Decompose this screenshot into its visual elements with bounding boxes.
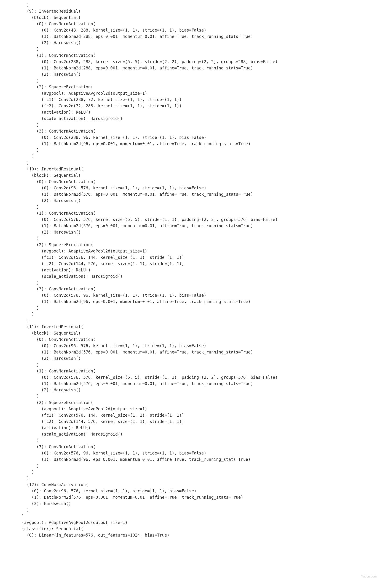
model-summary-code: ) (9): InvertedResidual( (block): Sequen… — [0, 0, 380, 538]
watermark-text: Yuucn.com — [361, 575, 377, 578]
